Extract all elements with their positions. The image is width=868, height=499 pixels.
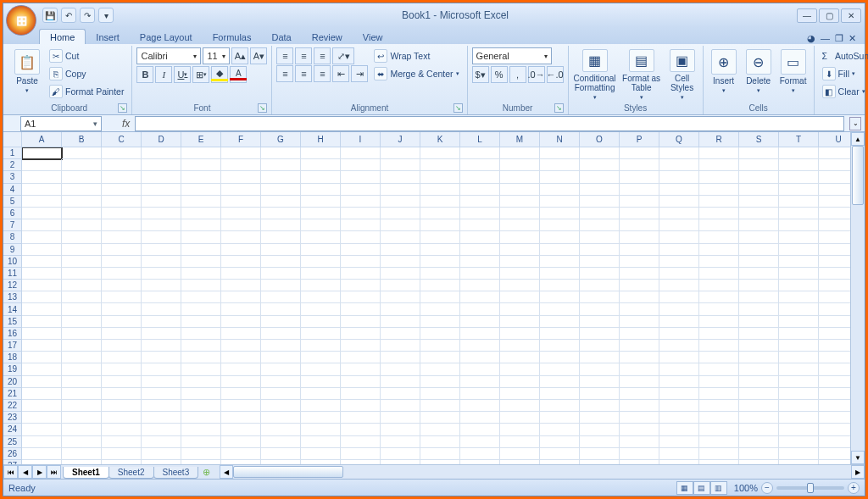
cell-P3[interactable] [620,171,659,183]
cell-Q26[interactable] [659,448,699,460]
cell-U26[interactable] [819,448,850,460]
cell-K10[interactable] [420,256,460,268]
cell-G5[interactable] [261,196,301,208]
cell-O12[interactable] [580,280,620,291]
cell-J21[interactable] [381,388,420,400]
cell-R3[interactable] [699,171,739,183]
cell-B3[interactable] [62,171,102,183]
cell-A5[interactable] [22,196,62,208]
cell-J26[interactable] [381,448,420,460]
cell-B21[interactable] [62,388,102,400]
cell-S16[interactable] [739,328,779,340]
cell-A19[interactable] [22,363,62,375]
cell-T22[interactable] [779,400,819,412]
cell-L16[interactable] [460,328,500,340]
cell-K6[interactable] [420,208,460,219]
cell-C26[interactable] [102,448,142,460]
col-header-E[interactable]: E [181,132,221,147]
cell-J8[interactable] [381,231,420,243]
cell-Q23[interactable] [659,412,699,424]
cell-I13[interactable] [341,291,381,303]
cell-I18[interactable] [341,352,381,363]
col-header-G[interactable]: G [261,132,301,147]
cell-D15[interactable] [142,316,181,328]
cell-E6[interactable] [181,208,221,219]
cell-B22[interactable] [62,400,102,412]
cell-G8[interactable] [261,231,301,243]
cell-L6[interactable] [460,208,500,219]
cell-T3[interactable] [779,171,819,183]
col-header-I[interactable]: I [341,132,381,147]
cell-B8[interactable] [62,231,102,243]
cell-S22[interactable] [739,400,779,412]
col-header-H[interactable]: H [301,132,341,147]
cell-Q2[interactable] [659,159,699,171]
cell-E17[interactable] [181,340,221,352]
cell-K18[interactable] [420,352,460,363]
cell-I10[interactable] [341,256,381,268]
cell-H14[interactable] [301,303,341,315]
cell-M14[interactable] [500,303,540,315]
cell-R4[interactable] [699,184,739,196]
cell-H22[interactable] [301,400,341,412]
cell-F13[interactable] [221,291,261,303]
cell-D3[interactable] [142,171,181,183]
cell-S10[interactable] [739,256,779,268]
cell-G4[interactable] [261,184,301,196]
hscroll-thumb[interactable] [233,466,343,478]
cell-N25[interactable] [540,436,580,448]
cell-F18[interactable] [221,352,261,363]
cell-S17[interactable] [739,340,779,352]
cell-N2[interactable] [540,159,580,171]
cell-M11[interactable] [500,268,540,280]
cell-D26[interactable] [142,448,181,460]
cell-U6[interactable] [819,208,850,219]
cell-R1[interactable] [699,147,739,159]
cell-F22[interactable] [221,400,261,412]
cell-F6[interactable] [221,208,261,219]
cell-N26[interactable] [540,448,580,460]
cell-M2[interactable] [500,159,540,171]
cell-E2[interactable] [181,159,221,171]
cell-B12[interactable] [62,280,102,291]
cell-T16[interactable] [779,328,819,340]
minimize-button[interactable]: — [797,8,817,23]
row-header-6[interactable]: 6 [3,208,22,219]
cell-G23[interactable] [261,412,301,424]
cell-U19[interactable] [819,363,850,375]
cell-E24[interactable] [181,424,221,435]
cell-L20[interactable] [460,376,500,388]
cell-G9[interactable] [261,244,301,256]
cell-H24[interactable] [301,424,341,435]
cell-R2[interactable] [699,159,739,171]
cell-P20[interactable] [620,376,659,388]
tab-page-layout[interactable]: Page Layout [130,30,203,44]
cell-D25[interactable] [142,436,181,448]
cell-I23[interactable] [341,412,381,424]
cell-K13[interactable] [420,291,460,303]
cell-E18[interactable] [181,352,221,363]
col-header-F[interactable]: F [221,132,261,147]
cell-A22[interactable] [22,400,62,412]
cell-C17[interactable] [102,340,142,352]
cell-S15[interactable] [739,316,779,328]
cell-L10[interactable] [460,256,500,268]
cell-J17[interactable] [381,340,420,352]
cell-Q12[interactable] [659,280,699,291]
cell-F7[interactable] [221,219,261,231]
cell-U16[interactable] [819,328,850,340]
row-header-24[interactable]: 24 [3,424,22,435]
cell-C18[interactable] [102,352,142,363]
cell-B18[interactable] [62,352,102,363]
cell-K3[interactable] [420,171,460,183]
cell-I22[interactable] [341,400,381,412]
cell-L13[interactable] [460,291,500,303]
cell-E23[interactable] [181,412,221,424]
cell-J9[interactable] [381,244,420,256]
cell-T15[interactable] [779,316,819,328]
cell-D6[interactable] [142,208,181,219]
cell-F5[interactable] [221,196,261,208]
cell-C9[interactable] [102,244,142,256]
cell-U7[interactable] [819,219,850,231]
cell-J25[interactable] [381,436,420,448]
